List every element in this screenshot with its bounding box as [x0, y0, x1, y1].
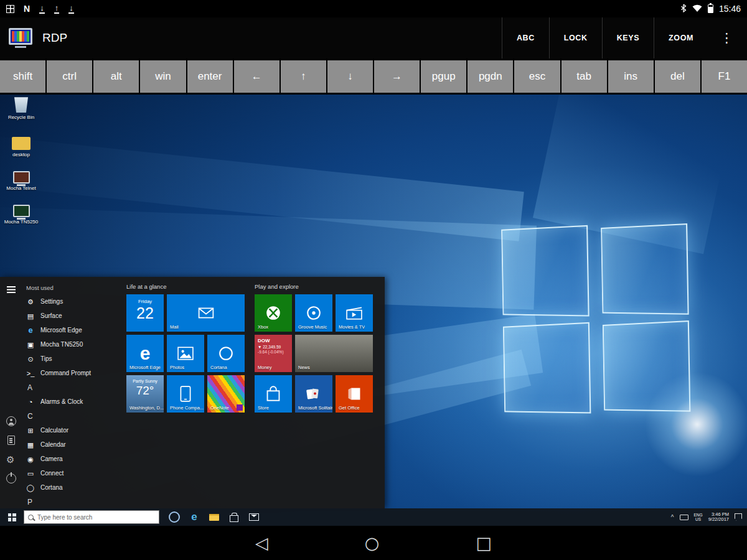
- tile-groove[interactable]: Groove Music: [295, 294, 332, 332]
- key-arrow-right[interactable]: →: [374, 60, 420, 93]
- windows-logo-pane: [501, 225, 589, 317]
- taskbar-mail-icon[interactable]: [244, 508, 264, 526]
- language-indicator[interactable]: ENG US: [694, 513, 703, 522]
- tile-office[interactable]: Get Office: [336, 375, 373, 413]
- key-f1[interactable]: F1: [702, 60, 747, 93]
- app-item-tips[interactable]: ⊙Tips: [25, 352, 125, 366]
- taskbar-file-explorer-icon[interactable]: [204, 508, 224, 526]
- documents-icon[interactable]: [7, 436, 15, 445]
- key-pgdn[interactable]: pgdn: [467, 60, 513, 93]
- app-item-calendar[interactable]: ▦Calendar: [25, 437, 125, 452]
- app-item-calculator[interactable]: ⊞Calculator: [25, 423, 125, 437]
- tile-line: 22: [126, 304, 164, 322]
- tile-mail[interactable]: Mail: [167, 294, 245, 332]
- tile-xbox[interactable]: Xbox: [255, 294, 292, 332]
- tile-onenote[interactable]: OneNote: [207, 375, 245, 413]
- tray-clock[interactable]: 3:46 PM 9/22/2017: [708, 512, 729, 523]
- tile-edge[interactable]: eMicrosoft Edge: [126, 335, 164, 372]
- remote-desktop[interactable]: Recycle BindesktopMocha TelnetMocha TN52…: [0, 95, 747, 526]
- tile-label: Photos: [170, 365, 184, 370]
- key-pgup[interactable]: pgup: [421, 60, 466, 93]
- key-esc[interactable]: esc: [514, 60, 560, 93]
- key-shift[interactable]: shift: [0, 60, 45, 93]
- action-center-icon[interactable]: [735, 513, 742, 521]
- tile-line: Friday: [126, 299, 164, 304]
- tile-line: DOW: [258, 338, 270, 343]
- upload-icon: [54, 4, 60, 14]
- tile-movies[interactable]: Movies & TV: [336, 294, 373, 332]
- key-arrow-down[interactable]: ↓: [327, 60, 373, 93]
- abc-button[interactable]: ABC: [502, 17, 549, 58]
- key-ins[interactable]: ins: [608, 60, 654, 93]
- light-beam: [0, 134, 524, 241]
- key-arrow-left[interactable]: ←: [234, 60, 280, 93]
- nav-home-button[interactable]: ○: [365, 534, 380, 551]
- key-enter[interactable]: enter: [187, 60, 233, 93]
- desktop-icon-mocha-telnet[interactable]: Mocha Telnet: [2, 171, 40, 191]
- tile-label: Microsoft Solitaire...: [298, 405, 332, 411]
- user-icon[interactable]: [6, 416, 16, 426]
- key-ctrl[interactable]: ctrl: [47, 60, 92, 93]
- nav-recents-button[interactable]: □: [476, 534, 492, 551]
- tile-photos[interactable]: Photos: [167, 335, 204, 372]
- hamburger-menu-icon[interactable]: [7, 286, 16, 287]
- app-item-cortana[interactable]: ◯Cortana: [25, 480, 125, 495]
- key-alt[interactable]: alt: [93, 60, 139, 93]
- nav-back-button[interactable]: ◁: [255, 534, 268, 551]
- app-item-connect[interactable]: ▭Connect: [25, 466, 125, 480]
- app-item-mocha-tn5250[interactable]: ▣Mocha TN5250: [25, 337, 125, 352]
- rdp-app-icon: [9, 28, 32, 48]
- tile-group-title: Play and explore: [255, 283, 373, 290]
- zoom-button[interactable]: ZOOM: [654, 17, 708, 58]
- tile-cortana[interactable]: Cortana: [207, 335, 245, 372]
- app-item-alarms-clock[interactable]: ◔Alarms & Clock: [25, 394, 125, 409]
- taskbar-cortana-icon[interactable]: [164, 508, 184, 526]
- folder-icon: [12, 137, 31, 150]
- tile-store[interactable]: Store: [255, 375, 292, 413]
- tile-money[interactable]: DOW▼ 22,349.59-9.64 (-0.04%)Money: [255, 335, 292, 372]
- app-item-microsoft-edge[interactable]: eMicrosoft Edge: [25, 323, 125, 337]
- key-tab[interactable]: tab: [561, 60, 607, 93]
- tile-label: Get Office: [339, 405, 360, 411]
- tile-group-life-at-a-glance: Life at a glanceFriday22MaileMicrosoft E…: [126, 283, 245, 413]
- app-section-a[interactable]: A: [25, 380, 125, 394]
- keys-button[interactable]: KEYS: [602, 17, 654, 58]
- desktop-icon-mocha-tn5250[interactable]: Mocha TN5250: [2, 205, 40, 225]
- touch-keyboard-icon[interactable]: [680, 515, 688, 520]
- windows-logo-pane: [601, 223, 688, 315]
- app-section-p[interactable]: P: [25, 495, 125, 509]
- key-win[interactable]: win: [140, 60, 186, 93]
- key-del[interactable]: del: [655, 60, 700, 93]
- tile-calendar[interactable]: Friday22: [126, 294, 164, 332]
- key-arrow-up[interactable]: ↑: [281, 60, 326, 93]
- tile-label: Phone Compa...: [170, 405, 204, 411]
- taskbar-search-box[interactable]: [24, 510, 159, 524]
- taskbar-store-icon[interactable]: [224, 508, 244, 526]
- taskbar-edge-icon[interactable]: [184, 508, 204, 526]
- start-menu: Most used ⚙Settings▤SurfaceeMicrosoft Ed…: [0, 277, 385, 508]
- lock-button[interactable]: LOCK: [549, 17, 602, 58]
- power-icon[interactable]: [6, 474, 16, 483]
- app-item-settings[interactable]: ⚙Settings: [25, 294, 125, 309]
- search-input[interactable]: [37, 514, 155, 521]
- desktop-icon-recycle-bin[interactable]: Recycle Bin: [2, 96, 40, 120]
- status-right-icons: 15:46: [680, 4, 741, 14]
- desktop-icon-desktop[interactable]: desktop: [2, 134, 40, 157]
- app-section-c[interactable]: C: [25, 409, 125, 423]
- overflow-menu-icon[interactable]: ⋮: [708, 30, 738, 45]
- app-item-surface[interactable]: ▤Surface: [25, 309, 125, 323]
- start-menu-tiles: Life at a glanceFriday22MaileMicrosoft E…: [126, 283, 373, 413]
- settings-icon[interactable]: [6, 454, 16, 464]
- app-item-camera[interactable]: ◉Camera: [25, 452, 125, 466]
- windows-logo-pane: [503, 322, 591, 414]
- start-button[interactable]: [0, 508, 24, 526]
- download2-icon: [68, 4, 74, 14]
- tile-weather[interactable]: Partly Sunny72°Washington, D...: [126, 375, 164, 413]
- most-used-header: Most used: [26, 284, 54, 291]
- tile-news[interactable]: News: [295, 335, 373, 372]
- tile-solitaire[interactable]: Microsoft Solitaire...: [295, 375, 332, 413]
- tray-chevron-icon[interactable]: ^: [671, 514, 674, 521]
- tile-grid: XboxGroove MusicMovies & TVDOW▼ 22,349.5…: [255, 294, 373, 413]
- tile-phone-companion[interactable]: Phone Compa...: [167, 375, 204, 413]
- app-item-command-prompt[interactable]: >_Command Prompt: [25, 366, 125, 380]
